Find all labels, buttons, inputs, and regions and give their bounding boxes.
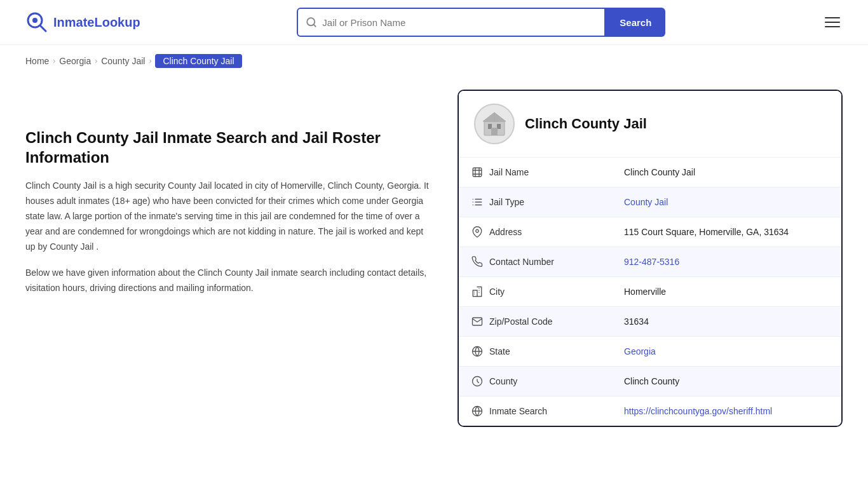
row-label-cell: Jail Type [459, 187, 611, 217]
row-label-cell: Jail Name [459, 158, 611, 187]
svg-point-2 [32, 18, 37, 23]
breadcrumb-county-jail[interactable]: County Jail [101, 56, 145, 66]
row-value-cell[interactable]: https://clinchcountyga.gov/sheriff.html [611, 396, 841, 426]
row-value-cell[interactable]: County Jail [611, 187, 841, 217]
row-value-cell: 115 Court Square, Homerville, GA, 31634 [611, 217, 841, 247]
header: InmateLookup Search [0, 0, 868, 45]
row-value-link[interactable]: Georgia [624, 346, 656, 356]
table-row: Zip/Postal Code31634 [459, 307, 841, 337]
hamburger-line-1 [825, 17, 840, 18]
row-label: Jail Name [489, 167, 529, 177]
row-label: Address [489, 227, 522, 237]
jail-avatar [474, 104, 515, 144]
table-row: Inmate Searchhttps://clinchcountyga.gov/… [459, 396, 841, 426]
table-row: Address115 Court Square, Homerville, GA,… [459, 217, 841, 247]
search-icon [306, 17, 317, 28]
page-title: Clinch County Jail Inmate Search and Jai… [25, 128, 432, 167]
row-label: Zip/Postal Code [489, 316, 553, 327]
table-row: CountyClinch County [459, 367, 841, 396]
row-value-link[interactable]: County Jail [624, 197, 668, 207]
table-row: Jail NameClinch County Jail [459, 158, 841, 187]
table-row: Jail TypeCounty Jail [459, 187, 841, 217]
svg-rect-11 [473, 168, 482, 177]
hamburger-line-2 [825, 22, 840, 23]
logo[interactable]: InmateLookup [25, 11, 140, 34]
row-value-link[interactable]: 912-487-5316 [624, 257, 679, 267]
info-card: Clinch County Jail Jail NameClinch Count… [458, 90, 843, 427]
row-label: City [489, 287, 505, 297]
breadcrumb: Home › Georgia › County Jail › Clinch Co… [0, 45, 868, 77]
row-value-cell[interactable]: 912-487-5316 [611, 247, 841, 277]
row-label-cell: County [459, 367, 611, 396]
row-label: Contact Number [489, 257, 554, 267]
row-label-cell: Contact Number [459, 247, 611, 277]
chevron-icon-2: › [95, 57, 97, 65]
breadcrumb-home[interactable]: Home [25, 56, 49, 66]
table-row: StateGeorgia [459, 337, 841, 367]
chevron-icon-1: › [53, 57, 55, 65]
card-title: Clinch County Jail [525, 116, 647, 132]
search-wrapper [297, 8, 606, 37]
table-row: Contact Number912-487-5316 [459, 247, 841, 277]
info-table: Jail NameClinch County JailJail TypeCoun… [459, 157, 841, 426]
svg-line-4 [314, 24, 316, 26]
row-label: State [489, 346, 510, 356]
table-row: CityHomerville [459, 277, 841, 307]
description-2: Below we have given information about th… [25, 266, 432, 296]
row-label-cell: Address [459, 217, 611, 247]
row-value-cell: Homerville [611, 277, 841, 307]
row-value-cell: 31634 [611, 307, 841, 337]
chevron-icon-3: › [149, 57, 151, 65]
main-content: Clinch County Jail Inmate Search and Jai… [0, 77, 868, 452]
svg-point-22 [476, 229, 479, 233]
right-column: Clinch County Jail Jail NameClinch Count… [458, 90, 843, 427]
row-label: County [489, 376, 517, 386]
row-value-cell: Clinch County Jail [611, 158, 841, 187]
menu-button[interactable] [822, 15, 843, 30]
row-label: Jail Type [489, 197, 524, 207]
svg-rect-23 [473, 290, 477, 297]
description-1: Clinch County Jail is a high security Co… [25, 179, 432, 254]
search-area: Search [297, 8, 665, 37]
left-column: Clinch County Jail Inmate Search and Jai… [25, 90, 432, 427]
building-icon [480, 110, 508, 138]
breadcrumb-georgia[interactable]: Georgia [59, 56, 91, 66]
svg-rect-8 [491, 128, 498, 135]
card-header: Clinch County Jail [459, 91, 841, 157]
search-input[interactable] [322, 17, 597, 28]
logo-icon [25, 11, 48, 34]
row-label-cell: State [459, 337, 611, 367]
search-button[interactable]: Search [606, 8, 665, 37]
row-label-cell: Zip/Postal Code [459, 307, 611, 337]
row-label: Inmate Search [489, 406, 547, 416]
row-value-cell: Clinch County [611, 367, 841, 396]
row-value-cell[interactable]: Georgia [611, 337, 841, 367]
svg-line-1 [40, 25, 46, 31]
breadcrumb-active: Clinch County Jail [155, 54, 241, 68]
logo-text: InmateLookup [53, 15, 140, 30]
row-label-cell: City [459, 277, 611, 307]
hamburger-line-3 [825, 26, 840, 27]
row-label-cell: Inmate Search [459, 396, 611, 426]
row-value-link[interactable]: https://clinchcountyga.gov/sheriff.html [624, 406, 772, 416]
